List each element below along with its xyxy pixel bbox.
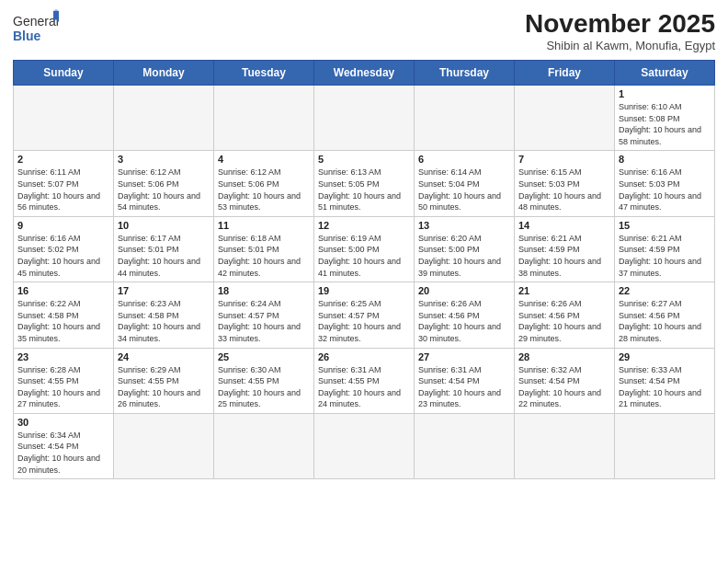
day-info: Sunrise: 6:31 AMSunset: 4:55 PMDaylight:… — [318, 364, 410, 410]
calendar-table: SundayMondayTuesdayWednesdayThursdayFrid… — [13, 60, 715, 479]
calendar-cell: 7Sunrise: 6:15 AMSunset: 5:03 PMDaylight… — [515, 151, 615, 216]
calendar-cell: 13Sunrise: 6:20 AMSunset: 5:00 PMDayligh… — [415, 216, 515, 282]
calendar-cell: 22Sunrise: 6:27 AMSunset: 4:56 PMDayligh… — [615, 282, 715, 348]
day-info: Sunrise: 6:14 AMSunset: 5:04 PMDaylight:… — [418, 167, 510, 213]
calendar-cell: 2Sunrise: 6:11 AMSunset: 5:07 PMDaylight… — [14, 151, 114, 216]
day-number: 17 — [118, 285, 210, 296]
svg-text:General: General — [13, 14, 59, 29]
day-info: Sunrise: 6:12 AMSunset: 5:06 PMDaylight:… — [118, 167, 210, 213]
day-number: 26 — [318, 351, 410, 362]
day-number: 9 — [17, 220, 109, 231]
day-info: Sunrise: 6:11 AMSunset: 5:07 PMDaylight:… — [17, 167, 109, 213]
weekday-header-monday: Monday — [114, 61, 214, 86]
day-info: Sunrise: 6:12 AMSunset: 5:06 PMDaylight:… — [218, 167, 310, 213]
day-info: Sunrise: 6:33 AMSunset: 4:54 PMDaylight:… — [619, 364, 711, 410]
calendar-cell — [314, 86, 415, 151]
calendar-cell: 12Sunrise: 6:19 AMSunset: 5:00 PMDayligh… — [314, 216, 415, 282]
weekday-header-row: SundayMondayTuesdayWednesdayThursdayFrid… — [14, 61, 715, 86]
weekday-header-thursday: Thursday — [415, 61, 515, 86]
calendar-cell: 11Sunrise: 6:18 AMSunset: 5:01 PMDayligh… — [214, 216, 314, 282]
day-info: Sunrise: 6:17 AMSunset: 5:01 PMDaylight:… — [118, 233, 210, 279]
calendar-cell — [214, 413, 314, 478]
day-number: 21 — [518, 285, 610, 296]
calendar-cell: 28Sunrise: 6:32 AMSunset: 4:54 PMDayligh… — [515, 348, 615, 413]
day-info: Sunrise: 6:16 AMSunset: 5:02 PMDaylight:… — [17, 233, 109, 279]
day-info: Sunrise: 6:31 AMSunset: 4:54 PMDaylight:… — [418, 364, 510, 410]
calendar-cell — [515, 413, 615, 478]
day-number: 25 — [218, 351, 310, 362]
calendar-cell — [515, 86, 615, 151]
day-number: 19 — [318, 285, 410, 296]
day-number: 16 — [17, 285, 109, 296]
calendar-cell: 19Sunrise: 6:25 AMSunset: 4:57 PMDayligh… — [314, 282, 415, 348]
day-number: 3 — [118, 154, 210, 165]
day-info: Sunrise: 6:22 AMSunset: 4:58 PMDaylight:… — [17, 298, 109, 344]
day-info: Sunrise: 6:32 AMSunset: 4:54 PMDaylight:… — [518, 364, 610, 410]
day-number: 29 — [619, 351, 711, 362]
day-info: Sunrise: 6:15 AMSunset: 5:03 PMDaylight:… — [518, 167, 610, 213]
calendar-cell: 15Sunrise: 6:21 AMSunset: 4:59 PMDayligh… — [615, 216, 715, 282]
day-number: 30 — [17, 417, 109, 428]
day-number: 4 — [218, 154, 310, 165]
calendar-cell: 8Sunrise: 6:16 AMSunset: 5:03 PMDaylight… — [615, 151, 715, 216]
day-info: Sunrise: 6:20 AMSunset: 5:00 PMDaylight:… — [418, 233, 510, 279]
calendar-cell: 20Sunrise: 6:26 AMSunset: 4:56 PMDayligh… — [415, 282, 515, 348]
day-info: Sunrise: 6:23 AMSunset: 4:58 PMDaylight:… — [118, 298, 210, 344]
calendar-cell: 21Sunrise: 6:26 AMSunset: 4:56 PMDayligh… — [515, 282, 615, 348]
title-block: November 2025 Shibin al Kawm, Monufia, E… — [525, 9, 715, 52]
calendar-cell — [14, 86, 114, 151]
calendar-week-4: 16Sunrise: 6:22 AMSunset: 4:58 PMDayligh… — [14, 282, 715, 348]
calendar-header: SundayMondayTuesdayWednesdayThursdayFrid… — [14, 61, 715, 86]
day-number: 15 — [619, 220, 711, 231]
calendar-cell — [615, 413, 715, 478]
day-number: 10 — [118, 220, 210, 231]
calendar-week-1: 1Sunrise: 6:10 AMSunset: 5:08 PMDaylight… — [14, 86, 715, 151]
calendar-cell: 24Sunrise: 6:29 AMSunset: 4:55 PMDayligh… — [114, 348, 214, 413]
calendar-cell: 5Sunrise: 6:13 AMSunset: 5:05 PMDaylight… — [314, 151, 415, 216]
day-number: 1 — [619, 88, 711, 99]
calendar-cell: 9Sunrise: 6:16 AMSunset: 5:02 PMDaylight… — [14, 216, 114, 282]
day-number: 27 — [418, 351, 510, 362]
day-number: 5 — [318, 154, 410, 165]
calendar-cell: 6Sunrise: 6:14 AMSunset: 5:04 PMDaylight… — [415, 151, 515, 216]
day-number: 11 — [218, 220, 310, 231]
day-number: 24 — [118, 351, 210, 362]
day-info: Sunrise: 6:34 AMSunset: 4:54 PMDaylight:… — [17, 430, 109, 476]
day-info: Sunrise: 6:28 AMSunset: 4:55 PMDaylight:… — [17, 364, 109, 410]
calendar-cell: 18Sunrise: 6:24 AMSunset: 4:57 PMDayligh… — [214, 282, 314, 348]
day-info: Sunrise: 6:18 AMSunset: 5:01 PMDaylight:… — [218, 233, 310, 279]
day-number: 8 — [619, 154, 711, 165]
day-info: Sunrise: 6:24 AMSunset: 4:57 PMDaylight:… — [218, 298, 310, 344]
day-number: 13 — [418, 220, 510, 231]
calendar-cell: 16Sunrise: 6:22 AMSunset: 4:58 PMDayligh… — [14, 282, 114, 348]
calendar-cell — [214, 86, 314, 151]
weekday-header-wednesday: Wednesday — [314, 61, 415, 86]
calendar-cell: 26Sunrise: 6:31 AMSunset: 4:55 PMDayligh… — [314, 348, 415, 413]
weekday-header-sunday: Sunday — [14, 61, 114, 86]
day-number: 12 — [318, 220, 410, 231]
day-info: Sunrise: 6:16 AMSunset: 5:03 PMDaylight:… — [619, 167, 711, 213]
day-info: Sunrise: 6:21 AMSunset: 4:59 PMDaylight:… — [518, 233, 610, 279]
day-info: Sunrise: 6:26 AMSunset: 4:56 PMDaylight:… — [418, 298, 510, 344]
calendar-cell: 25Sunrise: 6:30 AMSunset: 4:55 PMDayligh… — [214, 348, 314, 413]
day-number: 7 — [518, 154, 610, 165]
logo-svg: General Blue — [13, 9, 59, 48]
day-info: Sunrise: 6:21 AMSunset: 4:59 PMDaylight:… — [619, 233, 711, 279]
day-number: 14 — [518, 220, 610, 231]
calendar-week-5: 23Sunrise: 6:28 AMSunset: 4:55 PMDayligh… — [14, 348, 715, 413]
calendar-cell: 30Sunrise: 6:34 AMSunset: 4:54 PMDayligh… — [14, 413, 114, 478]
weekday-header-saturday: Saturday — [615, 61, 715, 86]
day-info: Sunrise: 6:26 AMSunset: 4:56 PMDaylight:… — [518, 298, 610, 344]
calendar-cell: 3Sunrise: 6:12 AMSunset: 5:06 PMDaylight… — [114, 151, 214, 216]
svg-marker-3 — [53, 9, 59, 11]
calendar-week-6: 30Sunrise: 6:34 AMSunset: 4:54 PMDayligh… — [14, 413, 715, 478]
svg-text:Blue: Blue — [13, 29, 41, 43]
calendar-cell — [114, 86, 214, 151]
day-number: 20 — [418, 285, 510, 296]
page: General Blue November 2025 Shibin al Kaw… — [0, 0, 728, 563]
day-number: 23 — [17, 351, 109, 362]
calendar-cell: 23Sunrise: 6:28 AMSunset: 4:55 PMDayligh… — [14, 348, 114, 413]
month-title: November 2025 — [525, 9, 715, 39]
day-number: 22 — [619, 285, 711, 296]
calendar-cell: 29Sunrise: 6:33 AMSunset: 4:54 PMDayligh… — [615, 348, 715, 413]
